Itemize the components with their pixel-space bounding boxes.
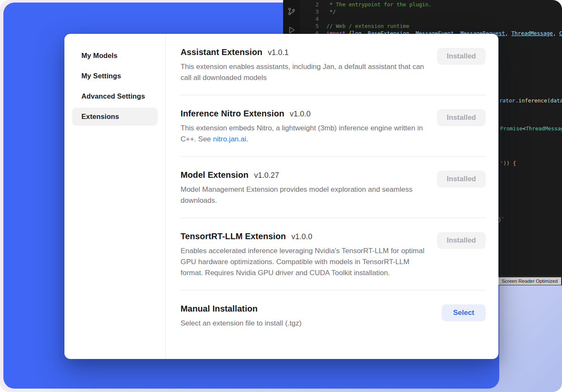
extension-row-inference-nitro-extension: Inference Nitro Extensionv1.0.0This exte… bbox=[181, 95, 486, 156]
extension-name: Assistant Extension bbox=[181, 47, 262, 57]
extension-description: This extension enables assistants, inclu… bbox=[181, 61, 428, 83]
extension-description: Enables accelerated inference leveraging… bbox=[181, 246, 428, 279]
code-token: , bbox=[553, 30, 559, 36]
code-token: data bbox=[550, 97, 562, 104]
sidebar-item-advanced-settings[interactable]: Advanced Settings bbox=[72, 87, 158, 105]
extension-row-assistant-extension: Assistant Extensionv1.0.1This extension … bbox=[181, 34, 486, 95]
extension-name: Model Extension bbox=[181, 170, 248, 180]
line-number: 5 bbox=[300, 22, 326, 30]
extension-info: Model Extensionv1.0.27Model Management E… bbox=[181, 170, 428, 206]
extensions-list: Assistant Extensionv1.0.1This extension … bbox=[166, 34, 498, 359]
select-button[interactable]: Select bbox=[442, 304, 486, 321]
settings-modal: My ModelsMy SettingsAdvanced SettingsExt… bbox=[64, 34, 498, 359]
source-control-icon[interactable] bbox=[287, 7, 296, 16]
screen-reader-optimized-badge[interactable]: Screen Reader Optimized bbox=[498, 277, 561, 285]
code-fragment: ')) { bbox=[500, 160, 516, 167]
code-token: ThreadMessage bbox=[526, 125, 562, 132]
extension-link[interactable]: nitro.jan.ai. bbox=[213, 135, 248, 143]
extension-title: Inference Nitro Extensionv1.0.0 bbox=[181, 109, 428, 119]
installed-button[interactable]: Installed bbox=[437, 48, 486, 65]
run-debug-icon[interactable] bbox=[287, 25, 296, 35]
code-line: 5// Web / extension runtime bbox=[300, 22, 562, 30]
extension-name: TensortRT-LLM Extension bbox=[181, 232, 286, 241]
editor-code: 2 * The entrypoint for the plugin.3 */45… bbox=[300, 1, 562, 37]
extension-name: Inference Nitro Extension bbox=[181, 109, 284, 119]
line-number: 4 bbox=[300, 15, 326, 22]
code-line: 4 bbox=[300, 15, 562, 22]
line-text: */ bbox=[326, 8, 562, 15]
line-text: // Web / extension runtime bbox=[326, 22, 562, 30]
extension-info: Inference Nitro Extensionv1.0.0This exte… bbox=[181, 109, 428, 145]
extension-description: Model Management Extension provides mode… bbox=[181, 184, 428, 206]
code-line: 2 * The entrypoint for the plugin. bbox=[300, 1, 562, 8]
code-fragment: Promise<ThreadMessage> bbox=[500, 125, 562, 132]
extension-title: Model Extensionv1.0.27 bbox=[181, 170, 428, 180]
code-token: ' bbox=[500, 160, 504, 166]
code-token: ThreadMessage bbox=[512, 30, 553, 36]
code-token: inference bbox=[518, 97, 547, 104]
settings-sidebar: My ModelsMy SettingsAdvanced SettingsExt… bbox=[64, 34, 166, 359]
extension-version: v1.0.1 bbox=[268, 48, 289, 57]
code-token: ( bbox=[547, 97, 551, 104]
line-number: 3 bbox=[300, 8, 326, 15]
extension-row-model-extension: Model Extensionv1.0.27Model Management E… bbox=[181, 156, 486, 218]
installed-button[interactable]: Installed bbox=[437, 232, 486, 249]
extension-description: Select an extension file to install (.tg… bbox=[181, 318, 301, 329]
extension-name: Manual Installation bbox=[181, 304, 258, 314]
extension-version: v1.0.0 bbox=[290, 110, 311, 119]
extension-title: Manual Installation bbox=[181, 304, 301, 314]
extension-info: Assistant Extensionv1.0.1This extension … bbox=[181, 47, 428, 83]
code-line: 3 */ bbox=[300, 8, 562, 15]
extension-description: This extension embeds Nitro, a lightweig… bbox=[181, 123, 428, 145]
page-background: 2 * The entrypoint for the plugin.3 */45… bbox=[0, 0, 562, 392]
sidebar-item-my-settings[interactable]: My Settings bbox=[72, 67, 158, 85]
code-token: // Web / extension runtime bbox=[326, 23, 409, 29]
extension-info: TensortRT-LLM Extensionv1.0.0Enables acc… bbox=[181, 232, 428, 279]
code-token: ContentType bbox=[559, 30, 562, 36]
line-text bbox=[326, 15, 562, 22]
installed-button[interactable]: Installed bbox=[437, 171, 486, 188]
sidebar-item-my-models[interactable]: My Models bbox=[72, 47, 158, 65]
line-number: 2 bbox=[300, 1, 326, 8]
extension-title: TensortRT-LLM Extensionv1.0.0 bbox=[181, 232, 428, 241]
extension-title: Assistant Extensionv1.0.1 bbox=[181, 47, 428, 57]
code-fragment: rator.inference(data)); bbox=[499, 97, 562, 104]
code-token: < bbox=[523, 125, 526, 132]
extension-row-tensortrt-llm-extension: TensortRT-LLM Extensionv1.0.0Enables acc… bbox=[181, 218, 486, 290]
extension-version: v1.0.27 bbox=[254, 171, 279, 180]
code-token: */ bbox=[326, 8, 336, 15]
code-token: )) { bbox=[504, 160, 516, 166]
sidebar-item-extensions[interactable]: Extensions bbox=[72, 108, 158, 126]
installed-button[interactable]: Installed bbox=[437, 109, 486, 126]
code-token: * The entrypoint for the plugin. bbox=[326, 1, 431, 8]
line-text: * The entrypoint for the plugin. bbox=[326, 1, 562, 8]
extension-row-manual-installation: Manual InstallationSelect an extension f… bbox=[181, 290, 486, 340]
code-token: Promise bbox=[500, 125, 523, 132]
code-token: rator. bbox=[499, 97, 518, 104]
code-token: , bbox=[505, 30, 512, 36]
extension-version: v1.0.0 bbox=[292, 232, 312, 241]
extension-info: Manual InstallationSelect an extension f… bbox=[181, 304, 301, 329]
